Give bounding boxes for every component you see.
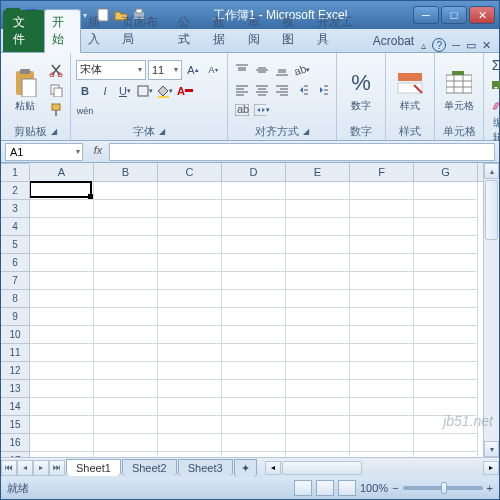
cell[interactable] xyxy=(286,254,350,272)
cell[interactable] xyxy=(158,182,222,200)
align-middle-icon[interactable] xyxy=(253,61,271,79)
bold-button[interactable]: B xyxy=(76,82,94,100)
number-format-button[interactable]: % 数字 xyxy=(342,56,380,123)
cell[interactable] xyxy=(350,434,414,452)
wrap-text-icon[interactable]: ab xyxy=(233,101,251,119)
cell[interactable] xyxy=(94,218,158,236)
row-header[interactable]: 6 xyxy=(1,254,29,272)
cell[interactable] xyxy=(222,398,286,416)
cell[interactable] xyxy=(158,200,222,218)
cell[interactable] xyxy=(286,272,350,290)
tab-view[interactable]: 视图 xyxy=(275,10,310,52)
autosum-icon[interactable]: Σ▾ xyxy=(489,56,500,74)
cell[interactable] xyxy=(414,290,478,308)
cell[interactable] xyxy=(30,398,94,416)
cell[interactable] xyxy=(94,290,158,308)
cell[interactable] xyxy=(414,254,478,272)
cell[interactable] xyxy=(286,218,350,236)
font-size-combo[interactable]: 11▾ xyxy=(148,60,182,80)
cell[interactable] xyxy=(222,416,286,434)
cell[interactable] xyxy=(414,236,478,254)
cell[interactable] xyxy=(414,308,478,326)
cell[interactable] xyxy=(350,416,414,434)
cell[interactable] xyxy=(414,380,478,398)
row-header[interactable]: 2 xyxy=(1,182,29,200)
cell[interactable] xyxy=(350,236,414,254)
cell[interactable] xyxy=(30,362,94,380)
cells-button[interactable]: 单元格 xyxy=(440,56,478,123)
cell[interactable] xyxy=(286,398,350,416)
cell[interactable] xyxy=(158,398,222,416)
new-sheet-button[interactable]: ✦ xyxy=(234,459,257,477)
italic-button[interactable]: I xyxy=(96,82,114,100)
cell[interactable] xyxy=(350,200,414,218)
row-header[interactable]: 7 xyxy=(1,272,29,290)
cell[interactable] xyxy=(158,344,222,362)
increase-indent-icon[interactable] xyxy=(313,81,331,99)
styles-button[interactable]: 样式 xyxy=(391,56,429,123)
clipboard-launcher-icon[interactable]: ◢ xyxy=(51,127,57,136)
cell[interactable] xyxy=(414,398,478,416)
minimize-button[interactable]: ─ xyxy=(413,6,439,24)
copy-icon[interactable] xyxy=(47,81,65,99)
cell[interactable] xyxy=(222,272,286,290)
cell[interactable] xyxy=(222,380,286,398)
row-header[interactable]: 13 xyxy=(1,380,29,398)
cell[interactable] xyxy=(350,344,414,362)
wb-restore-icon[interactable]: ▭ xyxy=(466,39,476,52)
alignment-launcher-icon[interactable]: ◢ xyxy=(303,127,309,136)
column-header[interactable]: C xyxy=(158,163,222,181)
cell[interactable] xyxy=(94,380,158,398)
cell[interactable] xyxy=(94,452,158,457)
scroll-up-icon[interactable]: ▴ xyxy=(484,163,499,179)
horizontal-scrollbar[interactable]: ◂ ▸ xyxy=(265,461,499,475)
cell[interactable] xyxy=(94,362,158,380)
phonetic-icon[interactable]: wén xyxy=(76,102,94,120)
cell[interactable] xyxy=(350,398,414,416)
cell[interactable] xyxy=(158,236,222,254)
font-color-icon[interactable]: A xyxy=(176,82,194,100)
cell[interactable] xyxy=(158,290,222,308)
cell[interactable] xyxy=(30,182,94,200)
cell[interactable] xyxy=(158,362,222,380)
zoom-in-icon[interactable]: + xyxy=(487,482,493,494)
merge-icon[interactable]: ▾ xyxy=(253,101,271,119)
cell[interactable] xyxy=(286,434,350,452)
cell[interactable] xyxy=(30,290,94,308)
cell[interactable] xyxy=(30,434,94,452)
tab-home[interactable]: 开始 xyxy=(44,9,81,53)
increase-font-icon[interactable]: A▴ xyxy=(184,61,202,79)
row-header[interactable]: 12 xyxy=(1,362,29,380)
cell[interactable] xyxy=(30,452,94,457)
row-header[interactable]: 14 xyxy=(1,398,29,416)
maximize-button[interactable]: □ xyxy=(441,6,467,24)
orientation-icon[interactable]: ab▾ xyxy=(293,61,311,79)
cell[interactable] xyxy=(158,254,222,272)
cell[interactable] xyxy=(286,182,350,200)
scroll-left-icon[interactable]: ◂ xyxy=(265,461,281,475)
sheet-nav-last-icon[interactable]: ⏭ xyxy=(49,460,65,476)
cell[interactable] xyxy=(30,200,94,218)
tab-formulas[interactable]: 公式 xyxy=(171,10,206,52)
cell[interactable] xyxy=(286,290,350,308)
cell[interactable] xyxy=(350,452,414,457)
cell[interactable] xyxy=(94,272,158,290)
cell[interactable] xyxy=(222,434,286,452)
cell[interactable] xyxy=(158,308,222,326)
align-center-icon[interactable] xyxy=(253,81,271,99)
tab-acrobat[interactable]: Acrobat xyxy=(366,30,421,52)
align-left-icon[interactable] xyxy=(233,81,251,99)
tab-developer[interactable]: 开发工具 xyxy=(310,10,366,52)
cell[interactable] xyxy=(158,380,222,398)
row-header[interactable]: 9 xyxy=(1,308,29,326)
column-header[interactable]: F xyxy=(350,163,414,181)
cell[interactable] xyxy=(286,344,350,362)
cell[interactable] xyxy=(30,326,94,344)
cell[interactable] xyxy=(158,434,222,452)
cell[interactable] xyxy=(414,218,478,236)
cell[interactable] xyxy=(158,416,222,434)
help-icon[interactable]: ? xyxy=(432,38,446,52)
decrease-font-icon[interactable]: A▾ xyxy=(204,61,222,79)
cell[interactable] xyxy=(350,380,414,398)
border-icon[interactable]: ▾ xyxy=(136,82,154,100)
